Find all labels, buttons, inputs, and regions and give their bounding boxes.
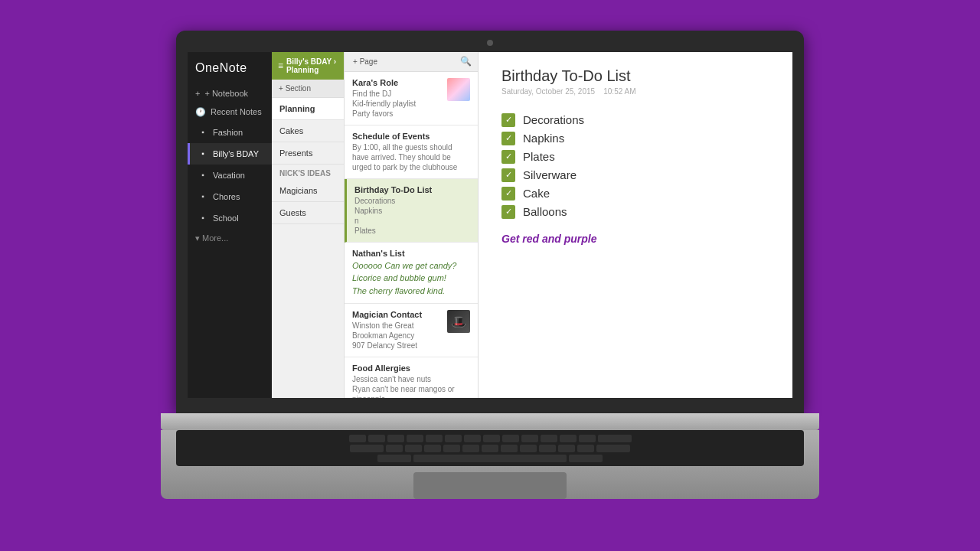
sidebar-item-vacation[interactable]: ▪ Vacation	[188, 165, 272, 186]
page-preview-food-allergies: Jessica can't have nutsRyan can't be nea…	[352, 374, 470, 398]
section-item-cakes[interactable]: Cakes	[272, 120, 344, 142]
notebook-icon-school: ▪	[198, 213, 208, 223]
add-page-btn[interactable]: + Page	[351, 56, 380, 67]
key	[387, 435, 404, 442]
screen-bezel: OneNote + + Notebook 🕐 Recent Notes ▪ Fa…	[176, 31, 804, 413]
page-card-food-allergies[interactable]: Food Allergies Jessica can't have nutsRy…	[345, 357, 478, 398]
add-notebook-action[interactable]: + + Notebook	[188, 84, 272, 103]
todo-label-silverware: Silverware	[523, 168, 577, 181]
page-card-birthday-todo[interactable]: Birthday To-Do List DecorationsNapkinsnP…	[345, 179, 478, 243]
page-title-birthday-todo: Birthday To-Do List	[354, 185, 470, 194]
recent-notes-action[interactable]: 🕐 Recent Notes	[188, 103, 272, 122]
section-item-presents[interactable]: Presents	[272, 142, 344, 165]
keyboard-row-3	[184, 455, 796, 462]
key	[579, 435, 596, 442]
todo-item-cake: ✓ Cake	[501, 184, 769, 203]
sidebar-item-school[interactable]: ▪ School	[188, 207, 272, 229]
notebook-icon-chores: ▪	[198, 191, 208, 202]
section-label-magicians: Magicians	[279, 186, 318, 195]
todo-label-decorations: Decorations	[523, 113, 584, 126]
main-content: Birthday To-Do List Saturday, October 25…	[479, 52, 792, 398]
key	[541, 435, 557, 442]
sidebar-item-label-school: School	[213, 214, 239, 223]
notebook-icon-vacation: ▪	[198, 170, 208, 181]
add-notebook-label: + Notebook	[204, 89, 248, 98]
sidebar-item-label-fashion: Fashion	[213, 128, 243, 137]
add-section-btn[interactable]: + Section	[276, 83, 313, 94]
keyboard-rows	[184, 435, 796, 462]
todo-item-balloons: ✓ Balloons	[501, 203, 769, 221]
todo-label-plates: Plates	[523, 150, 555, 163]
recent-notes-label: Recent Notes	[211, 107, 262, 116]
notebook-icon-fashion: ▪	[198, 127, 208, 138]
page-card-nathans-list[interactable]: Nathan's List Oooooo Can we get candy?Li…	[345, 243, 478, 305]
menu-icon: ≡	[278, 60, 283, 71]
spacebar[interactable]	[413, 455, 567, 462]
sidebar-item-chores[interactable]: ▪ Chores	[188, 186, 272, 207]
keyboard-area	[176, 430, 804, 466]
section-label-guests: Guests	[279, 208, 306, 217]
section-item-guests[interactable]: Guests	[272, 202, 344, 224]
key	[424, 445, 441, 452]
note-time-text: 10:52 AM	[603, 87, 635, 96]
laptop-touchpad-area	[161, 430, 819, 499]
key	[443, 445, 460, 452]
key	[596, 445, 630, 452]
checkbox-balloons[interactable]: ✓	[501, 205, 515, 219]
key	[426, 435, 443, 442]
notebook-icon-bday: ▪	[198, 148, 208, 159]
key	[349, 435, 366, 442]
todo-label-balloons: Balloons	[523, 205, 567, 218]
key	[483, 435, 500, 442]
header-title: Billy's BDAY › Planning	[286, 57, 338, 74]
todo-label-napkins: Napkins	[523, 132, 564, 145]
key	[502, 435, 519, 442]
clock-icon: 🕐	[195, 107, 206, 117]
section-item-planning[interactable]: Planning	[272, 98, 344, 120]
page-card-karas-role[interactable]: Kara's Role Find the DJKid-friendly play…	[345, 72, 478, 126]
checkbox-napkins[interactable]: ✓	[501, 132, 515, 145]
sidebar-item-billys-bday[interactable]: ▪ Billy's BDAY	[188, 143, 272, 165]
key	[520, 445, 537, 452]
key	[350, 445, 384, 452]
touchpad[interactable]	[413, 472, 567, 499]
key	[462, 445, 479, 452]
sidebar-item-label-chores: Chores	[213, 192, 240, 201]
section-item-magicians[interactable]: Magicians	[272, 180, 344, 202]
key	[464, 435, 481, 442]
key	[539, 445, 556, 452]
key	[558, 445, 575, 452]
todo-list: ✓ Decorations ✓ Napkins ✓ Plates ✓	[501, 111, 769, 221]
checkbox-cake[interactable]: ✓	[501, 187, 515, 201]
plus-icon: +	[195, 89, 200, 98]
page-title-schedule: Schedule of Events	[352, 132, 470, 141]
todo-item-plates: ✓ Plates	[501, 148, 769, 166]
checkbox-decorations[interactable]: ✓	[501, 113, 515, 127]
todo-item-napkins: ✓ Napkins	[501, 129, 769, 148]
laptop-camera	[487, 40, 493, 46]
sections-header: ≡ Billy's BDAY › Planning	[272, 52, 344, 80]
sidebar-item-fashion[interactable]: ▪ Fashion	[188, 122, 272, 143]
sidebar-item-label-vacation: Vacation	[213, 171, 245, 180]
todo-label-cake: Cake	[523, 187, 550, 200]
page-card-magician-contact[interactable]: 🎩 Magician Contact Winston the GreatBroo…	[345, 304, 478, 357]
sidebar-more[interactable]: ▾ More...	[188, 229, 272, 248]
checkbox-plates[interactable]: ✓	[501, 150, 515, 164]
sidebar: OneNote + + Notebook 🕐 Recent Notes ▪ Fa…	[188, 52, 272, 398]
page-title-nathans-list: Nathan's List	[352, 249, 470, 258]
search-btn[interactable]: 🔍	[460, 56, 472, 67]
key	[577, 445, 594, 452]
onenote-app: OneNote + + Notebook 🕐 Recent Notes ▪ Fa…	[188, 52, 792, 398]
section-label-cakes: Cakes	[279, 126, 303, 135]
laptop-screen: OneNote + + Notebook 🕐 Recent Notes ▪ Fa…	[188, 52, 792, 398]
sidebar-brand: OneNote	[188, 52, 272, 84]
page-card-schedule[interactable]: Schedule of Events By 1:00, all the gues…	[345, 126, 478, 179]
todo-item-decorations: ✓ Decorations	[501, 111, 769, 129]
thumb-party-img	[447, 78, 470, 101]
checkbox-silverware[interactable]: ✓	[501, 168, 515, 182]
section-group-nicks-ideas: NICK'S IDEAS	[272, 165, 344, 180]
note-date: Saturday, October 25, 2015 10:52 AM	[501, 87, 769, 96]
key	[407, 435, 423, 442]
thumb-magician-img: 🎩	[447, 310, 470, 333]
page-preview-nathans-list: Oooooo Can we get candy?Licorice and bub…	[352, 259, 470, 298]
